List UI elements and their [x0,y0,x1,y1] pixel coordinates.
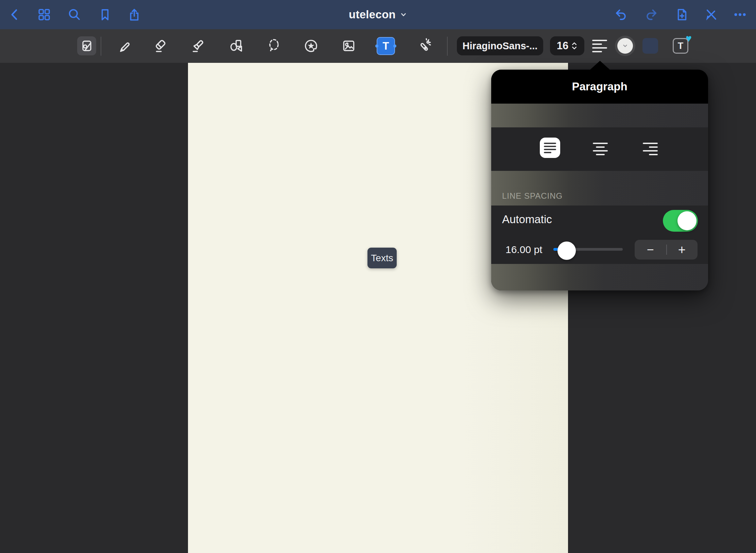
highlighter-tool[interactable] [190,38,206,54]
search-icon [67,7,82,22]
add-page-icon [675,7,689,22]
spacing-value: 16.00 pt [505,244,542,255]
pencil-off-icon [704,7,718,22]
text-tool-label: T [383,40,389,52]
line-spacing-heading: LINE SPACING [502,191,563,201]
undo-icon [614,7,628,22]
search-button[interactable] [67,7,82,22]
align-line [592,40,607,41]
spacing-stepper: − + [635,240,698,260]
laser-pointer-icon [416,38,432,54]
stepper-divider [666,245,667,255]
bookmark-button[interactable] [97,7,113,22]
automatic-label: Automatic [502,213,552,226]
popover-band [491,264,708,290]
paragraph-options-button[interactable] [592,40,607,52]
stickers-tool[interactable] [303,38,319,54]
lasso-tool[interactable] [266,38,281,54]
font-family-label: HiraginoSans-... [463,40,538,52]
image-icon [341,38,356,53]
chevron-down-icon [400,11,407,18]
app-root: utelecon [0,0,756,553]
favorite-text-style-button[interactable]: T ♥ [673,38,688,54]
selection-handle-right-icon [393,44,396,48]
shapes-tool[interactable] [228,38,244,54]
favorite-style-label: T [678,41,684,51]
align-center-button[interactable] [593,143,608,155]
thumbnails-grid-icon [37,7,51,22]
pen-icon [117,38,132,54]
popover-title: Paragraph [572,80,627,93]
sticker-star-icon [303,38,319,54]
document-title-menu[interactable]: utelecon [349,0,407,29]
size-stepper-icon [571,41,578,51]
tools-toolbar: T HiraginoSans-... 16 T ♥ [0,29,756,63]
laser-pointer-tool[interactable] [416,38,432,54]
align-line [592,47,607,49]
toolbar-divider [101,37,101,56]
line-spacing-controls: Automatic 16.00 pt − + [491,206,708,264]
back-icon [8,8,21,21]
thumbnails-button[interactable] [36,7,52,22]
selection-handle-left-icon [375,44,378,48]
lasso-icon [266,38,281,54]
share-icon [127,7,141,22]
popover-arrow-icon [590,61,610,70]
font-size-button[interactable]: 16 [550,36,584,55]
alignment-row [491,127,708,171]
toggle-knob [677,211,697,230]
more-options-button[interactable] [732,7,748,22]
back-button[interactable] [7,7,22,22]
text-color-picker[interactable] [615,36,635,56]
bookmark-icon [98,8,112,21]
notebook-pen-icon [79,38,94,53]
increase-spacing-button[interactable]: + [666,240,698,260]
exit-edit-button[interactable] [703,7,719,22]
text-tool-selected[interactable]: T [377,37,395,55]
background-color-swatch[interactable] [642,38,658,54]
automatic-toggle[interactable] [663,210,698,232]
align-line [592,51,602,52]
align-left-button[interactable] [540,138,560,158]
pen-tool[interactable] [117,38,132,54]
more-ellipsis-icon [733,7,747,22]
redo-button[interactable] [643,7,659,22]
eraser-icon [152,38,168,54]
popover-band [491,104,708,127]
spacing-slider-knob[interactable] [557,242,576,260]
popover-band: LINE SPACING [491,171,708,206]
chevron-down-icon [622,43,628,49]
paragraph-popover: Paragraph LINE SPACING [491,70,708,290]
font-size-label: 16 [557,40,568,52]
font-family-button[interactable]: HiraginoSans-... [457,36,543,55]
add-page-button[interactable] [674,7,690,22]
texts-callout[interactable]: Texts [367,248,397,268]
align-left-icon [544,143,556,153]
highlighter-icon [190,38,206,54]
shapes-icon [228,38,244,54]
decrease-spacing-button[interactable]: − [635,240,666,260]
toolbox-button[interactable] [77,36,96,55]
align-line [592,43,602,45]
text-color-swatch [617,38,633,54]
image-tool[interactable] [341,38,357,54]
align-right-button[interactable] [643,143,658,155]
popover-header: Paragraph [491,70,708,104]
redo-icon [644,7,658,22]
align-right-icon [643,143,658,155]
undo-button[interactable] [613,7,629,22]
texts-callout-label: Texts [371,253,393,264]
align-center-icon [593,143,608,155]
document-title: utelecon [349,8,396,21]
share-button[interactable] [126,7,142,22]
toolbar-divider [447,37,448,56]
navigation-bar: utelecon [0,0,756,29]
heart-icon: ♥ [686,33,692,43]
eraser-tool[interactable] [152,38,168,54]
